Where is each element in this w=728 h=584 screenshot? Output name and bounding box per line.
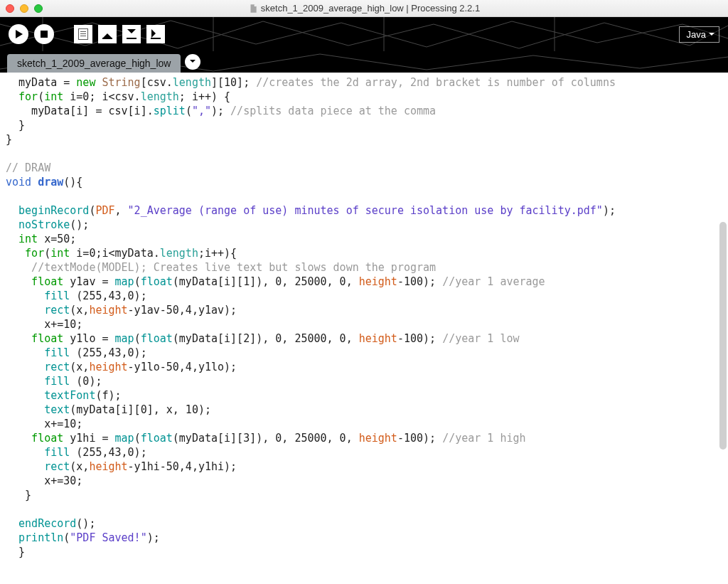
tab-menu-button[interactable] [185,54,200,70]
tab-label: sketch_1_2009_average_high_low [17,58,171,69]
open-button[interactable] [98,25,117,43]
chevron-down-icon [190,60,196,65]
export-button[interactable] [146,25,165,43]
run-button[interactable] [9,24,28,44]
tabbar: sketch_1_2009_average_high_low [0,51,728,73]
new-file-icon [78,28,88,40]
mode-label: Java [687,29,706,40]
vertical-scrollbar[interactable] [719,222,727,450]
open-icon [102,29,112,39]
play-icon [16,30,23,38]
stop-button[interactable] [34,24,54,44]
toolbar: Java [0,17,728,51]
code-editor[interactable]: myData = new String[csv.length][10]; //c… [0,73,728,584]
save-icon [127,29,136,39]
tab-active[interactable]: sketch_1_2009_average_high_low [7,54,181,73]
titlebar: sketch_1_2009_average_high_low | Process… [0,0,728,17]
window-title: sketch_1_2009_average_high_low | Process… [0,3,728,14]
mode-select[interactable]: Java [679,26,719,43]
code-content[interactable]: myData = new String[csv.length][10]; //c… [0,73,728,573]
new-button[interactable] [74,25,92,43]
stop-icon [41,31,48,38]
export-icon [151,29,161,39]
window-title-text: sketch_1_2009_average_high_low | Process… [261,3,480,14]
file-icon [248,4,258,14]
save-button[interactable] [122,25,141,43]
